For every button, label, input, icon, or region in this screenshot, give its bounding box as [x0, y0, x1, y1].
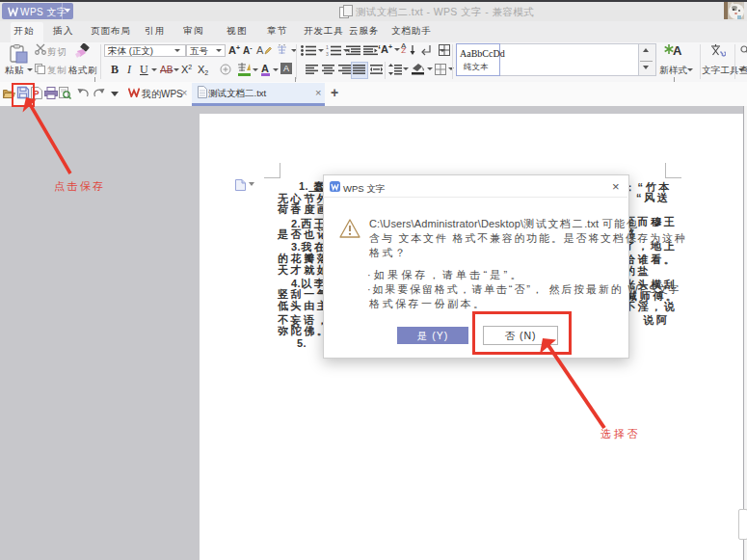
svg-text:3: 3: [326, 51, 329, 56]
svg-text:1: 1: [326, 45, 329, 50]
